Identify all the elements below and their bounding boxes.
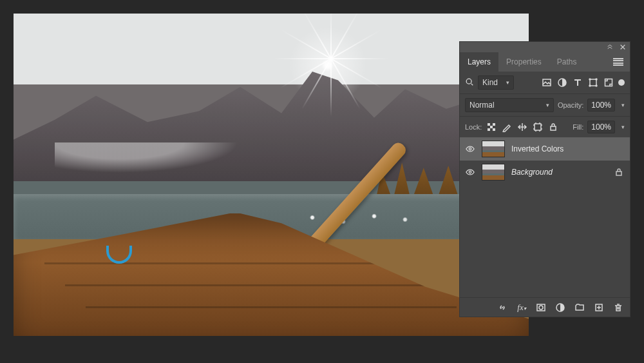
- svg-rect-9: [488, 123, 490, 126]
- smart-object-icon[interactable]: [603, 77, 614, 88]
- svg-point-7: [596, 85, 597, 86]
- type-icon[interactable]: [572, 77, 583, 88]
- shape-icon[interactable]: [587, 77, 599, 88]
- visibility-toggle[interactable]: [465, 144, 475, 154]
- lock-pixels-icon[interactable]: [501, 121, 513, 133]
- document-canvas[interactable]: [14, 14, 529, 336]
- layer-thumbnail[interactable]: [482, 164, 505, 181]
- fill-value: 100%: [591, 123, 611, 132]
- filter-type-select[interactable]: Kind ▾: [478, 75, 514, 90]
- tab-label: Properties: [506, 57, 542, 66]
- tab-label: Paths: [557, 57, 577, 66]
- svg-rect-11: [490, 126, 493, 128]
- layer-thumbnail[interactable]: [482, 141, 505, 157]
- panel-menu-icon[interactable]: [613, 58, 623, 66]
- svg-rect-8: [605, 79, 612, 86]
- svg-point-6: [589, 85, 591, 86]
- layer-name[interactable]: Background: [511, 168, 553, 177]
- svg-point-4: [589, 79, 591, 80]
- svg-point-5: [596, 79, 597, 80]
- layer-filter-row: Kind ▾: [460, 72, 630, 94]
- blend-mode-value: Normal: [469, 101, 495, 110]
- filter-type-label: Kind: [482, 78, 498, 87]
- lock-label: Lock:: [465, 123, 482, 131]
- opacity-input[interactable]: 100%: [587, 99, 615, 112]
- delete-layer-icon[interactable]: [613, 302, 623, 313]
- layer-row[interactable]: Inverted Colors: [460, 137, 630, 161]
- blend-row: Normal ▾ Opacity: 100% ▾: [460, 94, 630, 117]
- chevron-down-icon: ▾: [506, 79, 509, 86]
- lock-row: Lock: Fill: 100% ▾: [460, 117, 630, 137]
- chevron-down-icon: ▾: [546, 102, 549, 108]
- tab-properties[interactable]: Properties: [498, 52, 549, 72]
- chevron-down-icon[interactable]: ▾: [621, 124, 625, 130]
- new-layer-icon[interactable]: [594, 302, 604, 313]
- layer-style-icon[interactable]: fx▾: [516, 302, 527, 313]
- lock-artboard-icon[interactable]: [532, 121, 544, 133]
- panel-titlebar: [460, 42, 630, 52]
- svg-rect-18: [616, 172, 621, 175]
- image-icon[interactable]: [541, 77, 553, 88]
- panel-tabs: Layers Properties Paths: [460, 52, 630, 72]
- lock-position-icon[interactable]: [516, 121, 528, 133]
- layer-row[interactable]: Background: [460, 161, 630, 184]
- blend-mode-select[interactable]: Normal ▾: [465, 98, 554, 112]
- svg-rect-10: [493, 123, 495, 126]
- svg-point-20: [539, 306, 543, 309]
- panel-footer: fx▾: [460, 297, 630, 317]
- search-icon: [465, 77, 474, 88]
- svg-rect-13: [493, 128, 495, 131]
- filter-toggle[interactable]: [618, 79, 625, 86]
- svg-rect-12: [488, 128, 490, 131]
- layer-mask-icon[interactable]: [536, 302, 546, 313]
- group-icon[interactable]: [574, 302, 585, 313]
- lock-all-icon[interactable]: [547, 121, 559, 133]
- chevron-down-icon[interactable]: ▾: [621, 102, 625, 108]
- layer-name[interactable]: Inverted Colors: [511, 144, 564, 153]
- tab-layers[interactable]: Layers: [460, 52, 498, 72]
- tab-paths[interactable]: Paths: [549, 52, 585, 72]
- opacity-label: Opacity:: [558, 101, 583, 109]
- svg-point-17: [469, 171, 471, 173]
- link-layers-icon[interactable]: [497, 302, 507, 313]
- svg-point-16: [469, 148, 471, 150]
- svg-point-0: [466, 79, 471, 84]
- svg-rect-15: [551, 126, 556, 130]
- close-icon[interactable]: [620, 44, 626, 50]
- opacity-value: 100%: [591, 101, 611, 110]
- fill-input[interactable]: 100%: [587, 121, 615, 133]
- adjustment-layer-icon[interactable]: [555, 302, 565, 313]
- tab-label: Layers: [468, 57, 491, 66]
- layers-panel: Layers Properties Paths Kind ▾ Normal ▾ …: [459, 41, 630, 317]
- lock-icon[interactable]: [613, 166, 625, 178]
- adjustment-icon[interactable]: [556, 77, 568, 88]
- collapse-icon[interactable]: [607, 44, 613, 50]
- fill-label: Fill:: [573, 123, 583, 131]
- svg-rect-14: [535, 124, 541, 130]
- svg-rect-3: [590, 79, 596, 86]
- visibility-toggle[interactable]: [465, 167, 475, 177]
- photo-snow: [55, 142, 271, 181]
- layers-list: Inverted Colors Background: [460, 137, 630, 297]
- lock-transparent-icon[interactable]: [486, 121, 497, 133]
